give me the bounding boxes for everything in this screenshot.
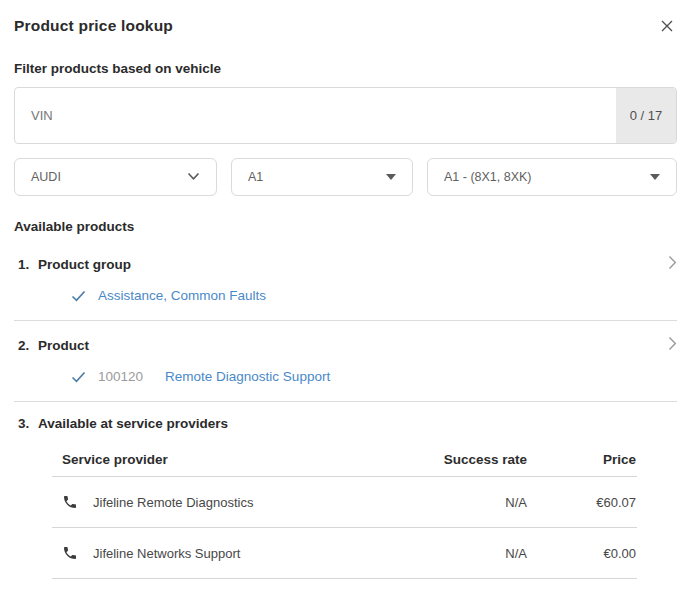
generation-dropdown[interactable]: A1 - (8X1, 8XK) <box>427 158 677 196</box>
col-header-price: Price <box>527 452 637 467</box>
dialog-header: Product price lookup <box>14 0 677 36</box>
chevron-right-icon <box>668 336 677 355</box>
section-title: Available at service providers <box>38 416 677 431</box>
divider <box>14 320 677 321</box>
caret-down-icon <box>386 174 396 180</box>
section-title: Product <box>38 338 668 353</box>
success-rate-cell: N/A <box>407 495 527 510</box>
provider-cell: Jifeline Remote Diagnostics <box>52 494 407 510</box>
table-row[interactable]: Jifeline Networks Support N/A €0.00 <box>52 528 637 579</box>
product-code: 100120 <box>98 369 143 384</box>
caret-down-icon <box>650 174 660 180</box>
model-dropdown[interactable]: A1 <box>231 158 413 196</box>
chevron-right-icon <box>668 255 677 274</box>
chevron-down-icon <box>187 170 200 184</box>
provider-cell: Jifeline Networks Support <box>52 545 407 561</box>
page-title: Product price lookup <box>14 17 173 35</box>
filter-section-label: Filter products based on vehicle <box>14 61 677 76</box>
product-price-lookup-dialog: Product price lookup Filter products bas… <box>0 0 691 579</box>
section-product-group[interactable]: 1. Product group <box>14 255 677 274</box>
section-number: 2. <box>18 338 38 353</box>
price-cell: €60.07 <box>527 495 637 510</box>
table-row[interactable]: Jifeline Remote Diagnostics N/A €60.07 <box>52 477 637 528</box>
vehicle-dropdown-row: AUDI A1 A1 - (8X1, 8XK) <box>14 158 677 196</box>
success-rate-cell: N/A <box>407 546 527 561</box>
section-title: Product group <box>38 257 668 272</box>
vin-input[interactable] <box>15 88 616 143</box>
check-icon <box>71 371 86 383</box>
brand-dropdown[interactable]: AUDI <box>14 158 217 196</box>
vin-char-counter: 0 / 17 <box>616 88 676 143</box>
table-header-row: Service provider Success rate Price <box>52 443 637 477</box>
section-number: 3. <box>18 416 38 431</box>
col-header-service-provider: Service provider <box>52 452 407 467</box>
section-service-providers: 3. Available at service providers <box>14 416 677 431</box>
check-icon <box>71 290 86 302</box>
close-button[interactable] <box>657 16 677 36</box>
generation-dropdown-value: A1 - (8X1, 8XK) <box>444 170 532 184</box>
product-group-selection: Assistance, Common Faults <box>71 288 677 303</box>
available-products-label: Available products <box>14 219 677 234</box>
product-group-link[interactable]: Assistance, Common Faults <box>98 288 266 303</box>
provider-name: Jifeline Networks Support <box>93 546 240 561</box>
section-number: 1. <box>18 257 38 272</box>
price-cell: €0.00 <box>527 546 637 561</box>
service-providers-table: Service provider Success rate Price Jife… <box>52 443 637 579</box>
close-icon <box>659 22 675 37</box>
col-header-success-rate: Success rate <box>407 452 527 467</box>
phone-icon <box>62 545 78 561</box>
provider-name: Jifeline Remote Diagnostics <box>93 495 253 510</box>
divider <box>14 401 677 402</box>
model-dropdown-value: A1 <box>248 170 263 184</box>
brand-dropdown-value: AUDI <box>31 170 61 184</box>
section-product[interactable]: 2. Product <box>14 336 677 355</box>
product-link[interactable]: Remote Diagnostic Support <box>165 369 330 384</box>
vin-field-wrapper: 0 / 17 <box>14 87 677 144</box>
phone-icon <box>62 494 78 510</box>
product-selection: 100120 Remote Diagnostic Support <box>71 369 677 384</box>
